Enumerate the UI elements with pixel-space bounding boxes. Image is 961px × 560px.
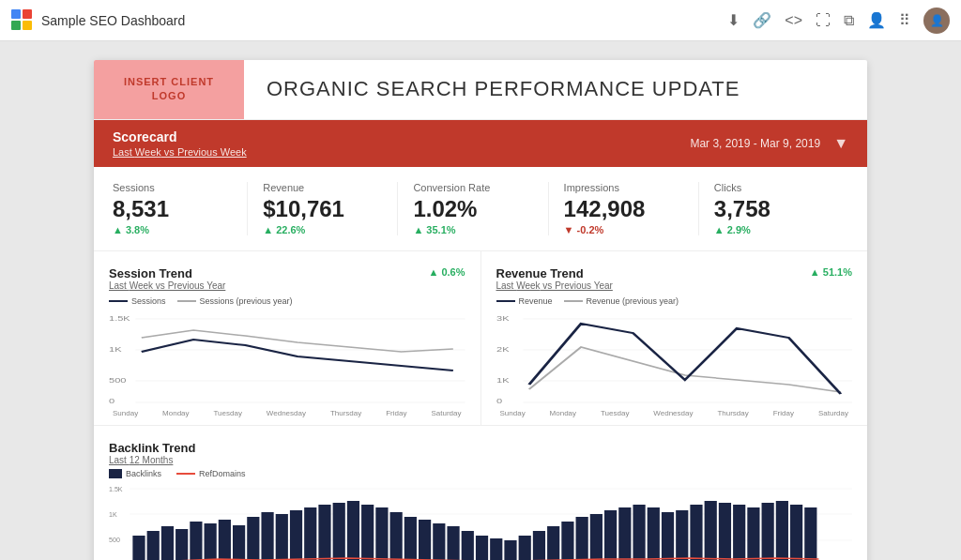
svg-rect-31 [175,529,188,560]
svg-rect-42 [333,503,345,560]
metric-revenue-value: $10,761 [263,197,382,221]
page-title: Sample SEO Dashboard [41,13,185,28]
metric-impressions-change: ▼ -0.2% [564,224,683,235]
copy-icon[interactable]: ⧉ [844,12,854,29]
metric-clicks-label: Clicks [714,182,833,193]
legend-rev-line-light [564,300,583,302]
legend-revenue-prev: Revenue (previous year) [564,296,679,306]
svg-rect-57 [547,526,559,560]
svg-rect-66 [676,510,688,560]
svg-rect-30 [161,526,174,560]
svg-rect-0 [11,9,21,19]
svg-rect-29 [147,531,160,560]
download-icon[interactable]: ⬇ [727,11,740,29]
svg-rect-56 [533,531,545,560]
grid-icon[interactable]: ⠿ [899,11,910,29]
svg-rect-64 [648,507,660,560]
svg-rect-62 [618,507,631,560]
svg-rect-36 [247,517,259,560]
legend-revenue-current: Revenue [496,296,553,306]
legend-sessions-prev: Sessions (previous year) [177,296,293,306]
backlink-title: Backlink Trend [109,441,852,455]
svg-rect-73 [776,501,788,560]
svg-rect-63 [633,505,645,560]
metric-clicks: Clicks 3,758 ▲ 2.9% [699,182,848,235]
backlink-legend: Backlinks RefDomains [109,469,852,478]
svg-rect-28 [132,536,145,560]
svg-rect-68 [705,501,717,560]
person-icon[interactable]: 👤 [867,11,886,29]
backlink-subtitle: Last 12 Months [109,455,852,465]
svg-rect-40 [304,507,316,560]
scorecard-title: Scorecard [113,129,247,144]
app-logo-icon [11,9,34,32]
backlink-chart: 1.5K 1K 500 0 [109,484,852,560]
metric-revenue-label: Revenue [263,182,382,193]
metric-conversion: Conversion Rate 1.02% ▲ 35.1% [398,182,548,235]
avatar[interactable]: 👤 [923,8,950,34]
svg-rect-39 [290,510,302,560]
legend-backlinks: Backlinks [109,469,161,478]
svg-rect-58 [561,522,573,560]
svg-rect-54 [504,540,516,560]
code-icon[interactable]: <> [785,12,802,29]
dashboard-header: InseRT CLIENT LOGO ORGANIC SEARCH PERFOR… [94,60,867,120]
svg-text:2K: 2K [496,346,511,354]
session-trend-chart: 1.5K 1K 500 0 [109,310,465,403]
svg-rect-71 [747,507,759,560]
legend-line-light [177,300,196,302]
scorecard-date-area: Mar 3, 2019 - Mar 9, 2019 ▼ [690,135,848,152]
svg-text:3K: 3K [496,315,511,323]
dashboard-card: InseRT CLIENT LOGO ORGANIC SEARCH PERFOR… [94,60,867,560]
dashboard-title-area: ORGANIC SEARCH PERFORMANCE UPDATE [244,66,867,113]
metric-conversion-value: 1.02% [413,197,532,221]
svg-rect-48 [419,520,431,560]
svg-rect-46 [390,512,403,560]
session-trend-title: Session Trend [109,266,225,280]
svg-rect-65 [662,512,674,560]
metric-conversion-change: ▲ 35.1% [413,224,532,235]
scorecard-dropdown-icon[interactable]: ▼ [833,135,848,152]
svg-text:0: 0 [109,398,114,403]
svg-rect-45 [375,507,388,560]
link-icon[interactable]: 🔗 [753,11,771,29]
main-content: InseRT CLIENT LOGO ORGANIC SEARCH PERFOR… [0,41,961,560]
metric-conversion-label: Conversion Rate [413,182,532,193]
svg-text:1K: 1K [109,511,117,518]
scorecard-info: Scorecard Last Week vs Previous Week [113,129,247,158]
client-logo-box: InseRT CLIENT LOGO [94,60,244,119]
svg-rect-3 [23,21,32,30]
metric-sessions: Sessions 8,531 ▲ 3.8% [113,182,248,235]
svg-rect-75 [804,507,816,560]
svg-rect-32 [190,522,202,560]
svg-rect-1 [23,9,32,19]
scorecard-subtitle: Last Week vs Previous Week [113,146,247,158]
svg-rect-55 [519,536,531,560]
session-trend-panel: Session Trend Last Week vs Previous Year… [94,251,481,425]
legend-sessions-current: Sessions [109,296,166,306]
dashboard-main-title: ORGANIC SEARCH PERFORMANCE UPDATE [267,77,845,101]
svg-rect-59 [576,517,588,560]
metric-sessions-value: 8,531 [113,197,232,221]
metric-impressions-value: 142,908 [564,197,683,221]
svg-text:1.5K: 1.5K [109,315,131,323]
expand-icon[interactable]: ⛶ [816,12,831,29]
svg-rect-38 [276,514,288,560]
top-bar-left: Sample SEO Dashboard [11,9,185,32]
svg-text:1K: 1K [109,346,123,354]
scorecard-header: Scorecard Last Week vs Previous Week Mar… [94,120,867,167]
legend-rev-line-dark [496,300,515,302]
legend-backlinks-box [109,469,122,478]
svg-rect-72 [762,503,774,560]
svg-rect-69 [719,503,731,560]
svg-rect-44 [361,505,374,560]
metric-sessions-change: ▲ 3.8% [113,224,232,235]
metric-impressions-label: Impressions [564,182,683,193]
svg-rect-51 [462,531,474,560]
svg-rect-34 [219,520,231,560]
svg-rect-53 [490,538,502,560]
svg-rect-70 [733,505,745,560]
session-x-labels: Sunday Monday Tuesday Wednesday Thursday… [109,409,465,417]
svg-rect-47 [404,517,417,560]
revenue-trend-title: Revenue Trend [496,266,613,280]
